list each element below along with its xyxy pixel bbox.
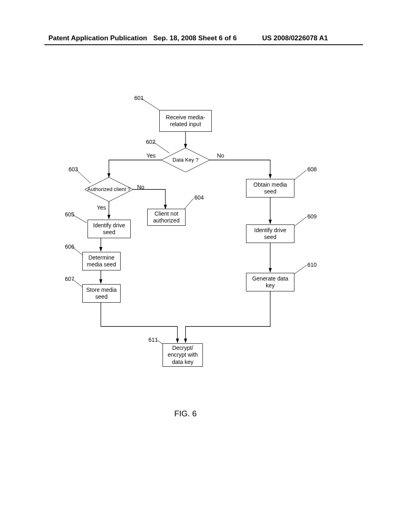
- node-text: Identify drive seed: [90, 222, 129, 236]
- node-text: Generate data key: [248, 275, 292, 289]
- svg-line-11: [292, 170, 307, 181]
- header-right: US 2008/0226078 A1: [262, 34, 328, 42]
- node-text: Receive media-related input: [161, 114, 210, 128]
- ref-608: 608: [307, 166, 317, 172]
- node-generate-data-key: Generate data key: [246, 273, 294, 291]
- ref-604: 604: [194, 194, 204, 201]
- node-determine-media-seed: Determine media seed: [82, 252, 121, 270]
- node-decrypt-encrypt: Decrypt/ encrypt with data key: [163, 343, 203, 367]
- edge-label-no: No: [137, 184, 144, 190]
- header-center: Sep. 18, 2008 Sheet 6 of 6: [153, 34, 237, 42]
- node-text: Identify drive seed: [248, 227, 292, 241]
- figure-caption: FIG. 6: [174, 409, 197, 418]
- node-text: Decrypt/ encrypt with data key: [165, 345, 201, 366]
- node-identify-drive-seed-right: Identify drive seed: [246, 224, 294, 243]
- node-identify-drive-seed-left: Identify drive seed: [88, 220, 131, 238]
- node-text: Client not authorized: [149, 210, 184, 224]
- edge-label-yes: Yes: [146, 152, 156, 159]
- ref-603: 603: [69, 166, 78, 172]
- ref-609: 609: [307, 213, 317, 220]
- node-receive-media-input: Receive media-related input: [159, 110, 212, 132]
- ref-602: 602: [146, 139, 155, 145]
- svg-line-6: [73, 215, 87, 223]
- header-left: Patent Application Publication: [48, 34, 147, 42]
- ref-606: 606: [65, 243, 74, 250]
- node-text: Authorized client ?: [88, 186, 131, 193]
- header-divider: [44, 44, 363, 45]
- node-text: Store media seed: [84, 287, 119, 301]
- decision-data-key: Data Key ?: [161, 148, 210, 172]
- svg-line-13: [292, 217, 307, 228]
- svg-line-15: [292, 265, 307, 275]
- node-text: Obtain media seed: [248, 181, 292, 195]
- edge-label-no: No: [217, 152, 224, 159]
- svg-line-4: [184, 198, 194, 210]
- node-text: Data Key ?: [173, 157, 198, 163]
- flowchart: Receive media-related input 601 Data Key…: [60, 93, 351, 383]
- ref-610: 610: [307, 262, 317, 268]
- node-store-media-seed: Store media seed: [82, 284, 121, 303]
- ref-601: 601: [134, 95, 144, 101]
- ref-607: 607: [65, 276, 74, 282]
- ref-611: 611: [148, 337, 158, 343]
- decision-authorized-client: Authorized client ?: [85, 177, 133, 202]
- node-obtain-media-seed: Obtain media seed: [246, 179, 294, 197]
- node-client-not-authorized: Client not authorized: [147, 209, 186, 226]
- ref-605: 605: [65, 211, 74, 218]
- svg-line-0: [141, 98, 159, 110]
- edge-label-yes: Yes: [97, 204, 106, 211]
- node-text: Determine media seed: [84, 254, 119, 268]
